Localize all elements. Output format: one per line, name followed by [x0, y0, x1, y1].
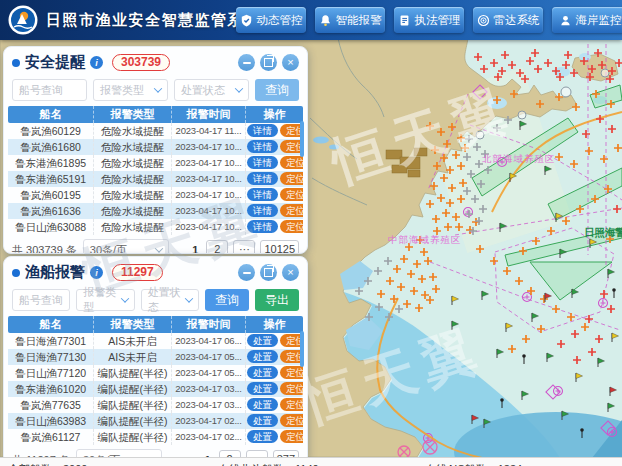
- table-row[interactable]: 鲁日海渔77130 AIS未开启 2023-04-17 05... 处置定位: [8, 349, 303, 365]
- table-row[interactable]: 鲁岚渔60195 危险水域提醒 2023-04-17 10... 详情定位: [8, 187, 303, 203]
- panel-title: 安全提醒: [25, 53, 85, 72]
- table-row[interactable]: 鲁日海渔77301 AIS未开启 2023-04-17 06... 处置定位: [8, 333, 303, 349]
- detail-button[interactable]: 详情: [247, 140, 278, 153]
- nav-item-dynamic-control[interactable]: 动态管控: [236, 7, 306, 33]
- table-row[interactable]: 鲁岚渔61127 编队提醒(半径) 2023-04-17 02... 处置定位: [8, 429, 303, 445]
- filter-row: 报警类型 处置状态 查询: [4, 75, 307, 104]
- detail-button[interactable]: 详情: [247, 172, 278, 185]
- alarm-time: 2023-04-17 11...: [172, 123, 246, 139]
- locate-button[interactable]: 定位: [280, 414, 303, 427]
- ship-name: 鲁东港渔61895: [8, 155, 94, 171]
- alarm-time: 2023-04-17 03...: [172, 397, 246, 413]
- handle-button[interactable]: 处置: [247, 350, 278, 363]
- detail-button[interactable]: 详情: [247, 220, 278, 233]
- export-button[interactable]: 导出: [255, 289, 299, 311]
- handle-button[interactable]: 处置: [247, 414, 278, 427]
- table-row[interactable]: 鲁岚渔61636 危险水域提醒 2023-04-17 10... 详情定位: [8, 203, 303, 219]
- table-row[interactable]: 鲁岚渔60129 危险水域提醒 2023-04-17 11... 详情定位: [8, 123, 303, 139]
- info-icon[interactable]: i: [90, 266, 103, 279]
- ship-number-input[interactable]: [12, 79, 87, 101]
- nav-item-smart-alarm[interactable]: 智能报警: [315, 7, 385, 33]
- handle-status-select[interactable]: 处置状态: [174, 79, 249, 101]
- nav-item-law-enforcement[interactable]: 执法管理: [394, 7, 464, 33]
- locate-button[interactable]: 定位: [280, 172, 303, 185]
- alarm-type: 危险水域提醒: [94, 155, 172, 171]
- ship-name: 鲁岚渔61127: [8, 429, 94, 445]
- locate-button[interactable]: 定位: [280, 220, 303, 233]
- close-button[interactable]: ×: [282, 264, 299, 281]
- table-row[interactable]: 鲁日山渔63088 危险水域提醒 2023-04-17 10... 详情定位: [8, 219, 303, 235]
- detail-button[interactable]: 详情: [247, 124, 278, 137]
- last-page-button[interactable]: 10125: [260, 240, 299, 254]
- page-2-button[interactable]: 2: [206, 240, 228, 254]
- locate-button[interactable]: 定位: [280, 398, 303, 411]
- page-size-select[interactable]: 30条/页: [83, 239, 169, 254]
- query-button[interactable]: 查询: [255, 79, 299, 101]
- handle-button[interactable]: 处置: [247, 398, 278, 411]
- handle-button[interactable]: 处置: [247, 366, 278, 379]
- chevron-down-icon: [120, 294, 128, 302]
- alarm-type: 编队提醒(半径): [94, 381, 172, 397]
- ship-name: 鲁岚渔61636: [8, 203, 94, 219]
- alarm-type: 编队提醒(半径): [94, 397, 172, 413]
- page-ellipsis-button[interactable]: ···: [233, 240, 255, 254]
- restore-button[interactable]: [260, 264, 277, 281]
- table-row[interactable]: 鲁日山渔63983 编队提醒(半径) 2023-04-17 02... 处置定位: [8, 413, 303, 429]
- alarm-time: 2023-04-17 02...: [172, 429, 246, 445]
- ship-name: 鲁岚渔60195: [8, 187, 94, 203]
- info-icon[interactable]: i: [90, 56, 103, 69]
- col-time: 报警时间: [172, 106, 246, 123]
- nav-item-coast-monitor[interactable]: 海岸监控: [552, 7, 622, 33]
- restore-button[interactable]: [260, 54, 277, 71]
- table-row[interactable]: 鲁东港渔61020 编队提醒(半径) 2023-04-17 03... 处置定位: [8, 381, 303, 397]
- coast-guard-label: 日照海警: [584, 226, 622, 239]
- radar-icon: [477, 14, 490, 27]
- locate-button[interactable]: 定位: [280, 156, 303, 169]
- table-row[interactable]: 鲁岚渔61680 危险水域提醒 2023-04-17 10... 详情定位: [8, 139, 303, 155]
- row-actions: 详情定位: [246, 187, 303, 203]
- alarm-type: 危险水域提醒: [94, 171, 172, 187]
- col-ops: 操作: [246, 106, 303, 123]
- locate-button[interactable]: 定位: [280, 382, 303, 395]
- detail-button[interactable]: 详情: [247, 156, 278, 169]
- scrollbar[interactable]: [300, 121, 304, 157]
- table-row[interactable]: 鲁东港渔61895 危险水域提醒 2023-04-17 10... 详情定位: [8, 155, 303, 171]
- nav-item-radar-system[interactable]: 雷达系统: [473, 7, 543, 33]
- minimize-button[interactable]: [238, 264, 255, 281]
- locate-button[interactable]: 定位: [280, 188, 303, 201]
- vessel-alarm-panel: 渔船报警 i 11297 × 报警类型 处置状态 查询 导出 船名 报: [3, 256, 308, 464]
- locate-button[interactable]: 定位: [280, 430, 303, 443]
- handle-status-select[interactable]: 处置状态: [141, 289, 199, 311]
- ship-name: 鲁岚渔61680: [8, 139, 94, 155]
- locate-button[interactable]: 定位: [280, 204, 303, 217]
- scrollbar[interactable]: [300, 331, 304, 367]
- handle-button[interactable]: 处置: [247, 430, 278, 443]
- handle-button[interactable]: 处置: [247, 334, 278, 347]
- query-button[interactable]: 查询: [205, 289, 249, 311]
- current-page[interactable]: 1: [189, 244, 201, 254]
- nav-label: 动态管控: [257, 13, 303, 28]
- col-ship: 船名: [8, 106, 94, 123]
- detail-button[interactable]: 详情: [247, 204, 278, 217]
- select-placeholder: 处置状态: [148, 285, 186, 315]
- col-type: 报警类型: [94, 106, 172, 123]
- row-actions: 处置定位: [246, 349, 303, 365]
- alarm-type-select[interactable]: 报警类型: [93, 79, 168, 101]
- alarm-type-select[interactable]: 报警类型: [76, 289, 134, 311]
- table-header: 船名 报警类型 报警时间 操作: [8, 106, 303, 123]
- vessel-stats-bar: 全部船数：3000 在线北斗船数：1140 在线AIS船数：1834: [0, 457, 622, 466]
- table-row[interactable]: 鲁岚渔77635 编队提醒(半径) 2023-04-17 03... 处置定位: [8, 397, 303, 413]
- table-row[interactable]: 鲁日山渔77120 编队提醒(半径) 2023-04-17 05... 处置定位: [8, 365, 303, 381]
- ship-number-input[interactable]: [12, 289, 70, 311]
- handle-button[interactable]: 处置: [247, 382, 278, 395]
- detail-button[interactable]: 详情: [247, 188, 278, 201]
- alarm-time: 2023-04-17 10...: [172, 219, 246, 235]
- minimize-button[interactable]: [238, 54, 255, 71]
- alarm-type: 编队提醒(半径): [94, 429, 172, 445]
- panel-header: 渔船报警 i 11297 ×: [4, 257, 307, 285]
- row-actions: 处置定位: [246, 381, 303, 397]
- locate-button[interactable]: 定位: [280, 366, 303, 379]
- alarm-time: 2023-04-17 05...: [172, 349, 246, 365]
- close-button[interactable]: ×: [282, 54, 299, 71]
- table-row[interactable]: 鲁东港渔65191 危险水域提醒 2023-04-17 10... 详情定位: [8, 171, 303, 187]
